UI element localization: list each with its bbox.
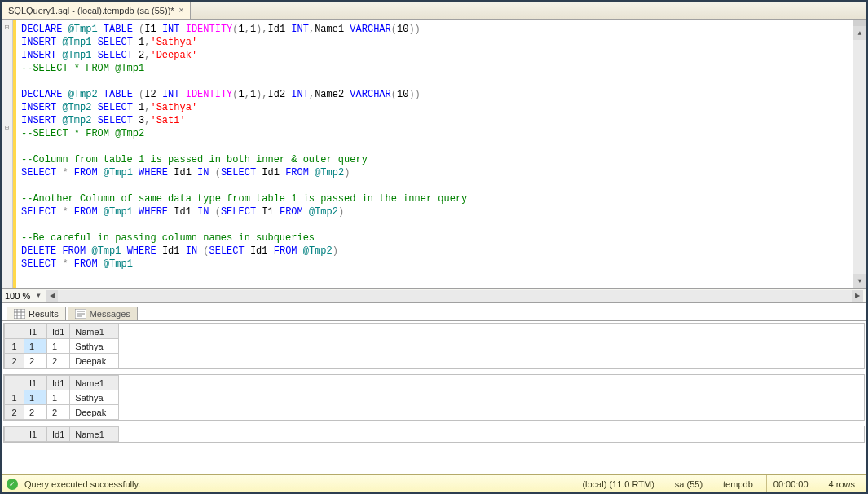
- table-row[interactable]: 2 2 2 Deepak: [5, 405, 119, 420]
- success-icon: ✓: [7, 479, 18, 490]
- horizontal-scrollbar[interactable]: ◀ ▶: [46, 291, 863, 301]
- row-header[interactable]: 2: [5, 405, 24, 420]
- cell[interactable]: 2: [24, 405, 47, 420]
- scroll-track[interactable]: [58, 290, 852, 302]
- row-header[interactable]: 1: [5, 339, 24, 354]
- results-tab-bar: Results Messages: [2, 303, 866, 321]
- status-message: Query executed successfully.: [24, 479, 140, 489]
- sql-editor[interactable]: ⊟ ⊟ DECLARE @Tmp1 TABLE (I1 INT IDENTITY…: [2, 20, 853, 288]
- tab-results[interactable]: Results: [7, 307, 66, 320]
- editor-pane: ⊟ ⊟ DECLARE @Tmp1 TABLE (I1 INT IDENTITY…: [2, 20, 866, 289]
- column-header[interactable]: I1: [24, 376, 47, 390]
- status-server: (local) (11.0 RTM): [575, 475, 660, 492]
- cell[interactable]: 1: [24, 390, 47, 405]
- tab-bar: SQLQuery1.sql - (local).tempdb (sa (55))…: [2, 2, 866, 20]
- row-header[interactable]: 1: [5, 390, 24, 405]
- fold-icon[interactable]: ⊟: [2, 123, 12, 132]
- table-header-row: I1 Id1 Name1: [5, 376, 119, 390]
- corner-cell[interactable]: [5, 427, 24, 442]
- status-database: tempdb: [716, 475, 760, 492]
- cell[interactable]: 2: [47, 354, 70, 368]
- column-header[interactable]: Id1: [47, 427, 70, 442]
- scroll-down-icon[interactable]: ▼: [853, 274, 866, 288]
- column-header[interactable]: I1: [24, 324, 47, 339]
- cell[interactable]: Deepak: [70, 354, 119, 368]
- scroll-up-icon[interactable]: ▲: [853, 26, 866, 40]
- close-icon[interactable]: ×: [179, 6, 184, 15]
- chevron-down-icon[interactable]: ▼: [35, 292, 42, 299]
- outline-margin[interactable]: ⊟ ⊟: [2, 20, 13, 288]
- result-grid-3[interactable]: I1 Id1 Name1: [3, 426, 865, 443]
- status-elapsed: 00:00:00: [766, 475, 815, 492]
- zoom-bar: 100 % ▼ ◀ ▶: [2, 289, 866, 303]
- column-header[interactable]: Name1: [70, 324, 119, 339]
- tab-messages-label: Messages: [90, 309, 130, 319]
- result-grid-2[interactable]: I1 Id1 Name1 1 1 1 Sathya 2 2 2 Deepak: [3, 374, 865, 421]
- result-grid-1[interactable]: I1 Id1 Name1 1 1 1 Sathya 2 2 2 Deepak: [3, 323, 865, 369]
- table-row[interactable]: 1 1 1 Sathya: [5, 339, 119, 354]
- row-header[interactable]: 2: [5, 354, 24, 368]
- tab-messages[interactable]: Messages: [68, 307, 138, 320]
- grid-icon: [14, 309, 25, 319]
- messages-icon: [75, 309, 86, 319]
- svg-rect-0: [14, 309, 25, 319]
- cell[interactable]: Deepak: [70, 405, 119, 420]
- results-pane: I1 Id1 Name1 1 1 1 Sathya 2 2 2 Deepak: [2, 321, 866, 474]
- status-bar: ✓ Query executed successfully. (local) (…: [2, 474, 866, 492]
- split-handle[interactable]: [853, 20, 866, 26]
- vertical-scrollbar[interactable]: ▲ ▼: [853, 20, 866, 288]
- cell[interactable]: 1: [47, 339, 70, 354]
- cell[interactable]: Sathya: [70, 339, 119, 354]
- cell[interactable]: 2: [24, 354, 47, 368]
- corner-cell[interactable]: [5, 324, 24, 339]
- table-row[interactable]: 1 1 1 Sathya: [5, 390, 119, 405]
- cell[interactable]: Sathya: [70, 390, 119, 405]
- status-rows: 4 rows: [822, 475, 861, 492]
- scroll-right-icon[interactable]: ▶: [852, 290, 863, 302]
- cell[interactable]: 2: [47, 405, 70, 420]
- column-header[interactable]: Name1: [70, 427, 119, 442]
- zoom-level[interactable]: 100 %: [5, 291, 30, 301]
- status-user: sa (55): [668, 475, 709, 492]
- editor-tab[interactable]: SQLQuery1.sql - (local).tempdb (sa (55))…: [2, 2, 191, 19]
- table-row[interactable]: 2 2 2 Deepak: [5, 354, 119, 368]
- fold-icon[interactable]: ⊟: [2, 23, 12, 32]
- column-header[interactable]: Id1: [47, 324, 70, 339]
- cell[interactable]: 1: [24, 339, 47, 354]
- cell[interactable]: 1: [47, 390, 70, 405]
- table-header-row: I1 Id1 Name1: [5, 427, 119, 442]
- column-header[interactable]: I1: [24, 427, 47, 442]
- tab-results-label: Results: [29, 309, 59, 319]
- corner-cell[interactable]: [5, 376, 24, 390]
- table-header-row: I1 Id1 Name1: [5, 324, 119, 339]
- scroll-left-icon[interactable]: ◀: [46, 290, 58, 302]
- column-header[interactable]: Name1: [70, 376, 119, 390]
- column-header[interactable]: Id1: [47, 376, 70, 390]
- tab-title: SQLQuery1.sql - (local).tempdb (sa (55))…: [8, 6, 174, 15]
- code-text[interactable]: DECLARE @Tmp1 TABLE (I1 INT IDENTITY(1,1…: [16, 20, 853, 288]
